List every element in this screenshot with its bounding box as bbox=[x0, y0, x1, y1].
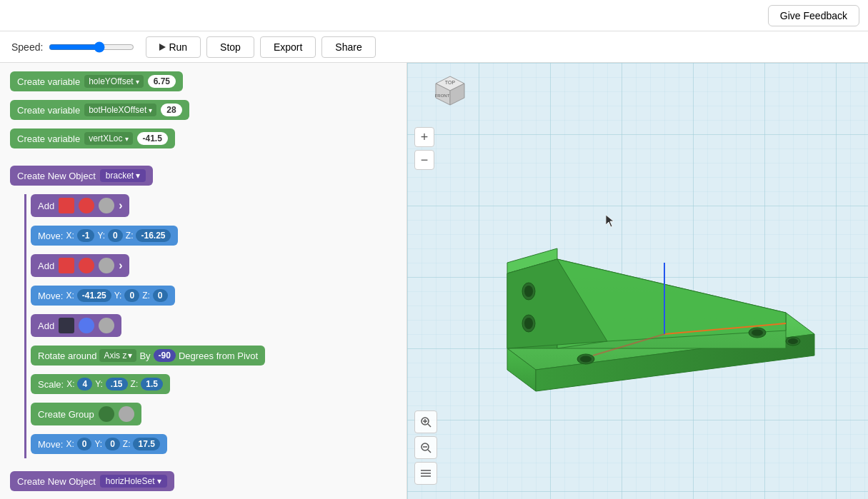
move2-y-label: Y: bbox=[114, 291, 122, 301]
blocks-panel: Create variable holeYOffset ▾ 6.75 Creat… bbox=[0, 63, 407, 499]
scale1-z-label: Z: bbox=[131, 379, 139, 389]
share-button[interactable]: Share bbox=[321, 36, 375, 58]
move2-z-value[interactable]: 0 bbox=[153, 289, 168, 302]
svg-point-25 bbox=[524, 318, 533, 329]
zoom-out-button[interactable]: − bbox=[414, 150, 434, 170]
var3-label: Create variable bbox=[17, 133, 80, 144]
shape3-grey-circle-icon bbox=[99, 318, 114, 333]
move3-y-label: Y: bbox=[94, 439, 102, 449]
add3-label: Add bbox=[38, 321, 54, 331]
move3-x-label: X: bbox=[66, 439, 74, 449]
scale1-x-value[interactable]: 4 bbox=[77, 378, 92, 390]
zoom-fit-button[interactable] bbox=[414, 410, 437, 433]
var3-block[interactable]: Create variable vertXLoc ▾ -41.5 bbox=[10, 128, 175, 148]
obj2-label: Create New Object bbox=[17, 476, 96, 487]
svg-point-21 bbox=[788, 338, 798, 344]
var2-value[interactable]: 28 bbox=[161, 104, 181, 116]
speed-slider[interactable] bbox=[49, 41, 134, 53]
obj1-dropdown-icon: ▾ bbox=[136, 171, 140, 181]
stop-button[interactable]: Stop bbox=[206, 36, 254, 58]
move3-row: Move: X: 0 Y: 0 Z: 17.5 bbox=[31, 434, 396, 458]
rotate1-suffix: Degrees from Pivot bbox=[179, 351, 258, 361]
speed-label: Speed: bbox=[11, 41, 43, 53]
zoom-in-button[interactable]: + bbox=[414, 127, 434, 147]
group1-label: Create Group bbox=[38, 409, 94, 420]
var2-row: Create variable botHoleXOffset ▾ 28 bbox=[10, 100, 396, 124]
rotate1-label: Rotate around bbox=[38, 351, 96, 361]
obj2-row: Create New Object horizHoleSet ▾ bbox=[10, 471, 396, 495]
svg-point-17 bbox=[580, 356, 592, 363]
move3-z-value[interactable]: 17.5 bbox=[133, 438, 159, 450]
add1-block[interactable]: Add › bbox=[31, 194, 129, 217]
export-button[interactable]: Export bbox=[260, 36, 316, 58]
svg-point-23 bbox=[524, 286, 533, 297]
speed-container: Speed: bbox=[11, 41, 134, 53]
obj2-dropdown-icon: ▾ bbox=[157, 476, 161, 486]
move2-y-value[interactable]: 0 bbox=[124, 289, 139, 302]
obj1-block[interactable]: Create New Object bracket ▾ bbox=[10, 166, 153, 186]
move3-y-value[interactable]: 0 bbox=[105, 438, 120, 450]
move1-block[interactable]: Move: X: -1 Y: 0 Z: -16.25 bbox=[31, 226, 178, 246]
var3-row: Create variable vertXLoc ▾ -41.5 bbox=[10, 128, 396, 153]
shape-grey2-circle-icon2 bbox=[119, 406, 134, 422]
var3-dropdown-icon: ▾ bbox=[125, 135, 129, 143]
var1-name-pill[interactable]: holeYOffset ▾ bbox=[84, 75, 143, 88]
run-button[interactable]: Run bbox=[146, 36, 201, 58]
move2-block[interactable]: Move: X: -41.25 Y: 0 Z: 0 bbox=[31, 286, 175, 306]
var1-block[interactable]: Create variable holeYOffset ▾ 6.75 bbox=[10, 71, 183, 91]
view-controls bbox=[414, 410, 437, 485]
rotate1-degrees[interactable]: -90 bbox=[154, 349, 176, 362]
var1-row: Create variable holeYOffset ▾ 6.75 bbox=[10, 71, 396, 96]
var1-value[interactable]: 6.75 bbox=[148, 75, 176, 88]
shape3-dark-square-icon bbox=[59, 318, 74, 333]
view-reset-button[interactable] bbox=[414, 462, 437, 485]
scale1-z-value[interactable]: 1.5 bbox=[141, 378, 163, 390]
bracket-3d-view bbox=[464, 120, 868, 491]
add2-block[interactable]: Add › bbox=[31, 254, 129, 277]
add3-block[interactable]: Add bbox=[31, 314, 121, 337]
group1-block[interactable]: Create Group bbox=[31, 403, 141, 425]
move1-z-value[interactable]: -16.25 bbox=[136, 229, 170, 242]
move1-y-value[interactable]: 0 bbox=[108, 229, 123, 242]
give-feedback-button[interactable]: Give Feedback bbox=[768, 5, 859, 26]
rotate1-row: Rotate around Axis z ▾ By -90 Degrees fr… bbox=[31, 346, 396, 370]
run-triangle-icon bbox=[159, 44, 166, 51]
zoom-out-view-button[interactable] bbox=[414, 436, 437, 459]
shape-green-circle-icon bbox=[99, 406, 114, 422]
var1-dropdown-icon: ▾ bbox=[136, 78, 139, 86]
svg-line-34 bbox=[428, 450, 431, 453]
scale1-y-value[interactable]: .15 bbox=[106, 378, 128, 390]
move1-x-value[interactable]: -1 bbox=[77, 229, 95, 242]
scale1-label: Scale: bbox=[38, 379, 64, 390]
obj2-block[interactable]: Create New Object horizHoleSet ▾ bbox=[10, 471, 174, 491]
shape2-red-circle-icon bbox=[79, 258, 94, 273]
var2-name-pill[interactable]: botHoleXOffset ▾ bbox=[84, 104, 156, 116]
zoom-controls: + − bbox=[414, 127, 434, 170]
rotate1-axis: Axis z bbox=[104, 351, 126, 361]
move2-row: Move: X: -41.25 Y: 0 Z: 0 bbox=[31, 286, 396, 310]
move3-x-value[interactable]: 0 bbox=[77, 438, 92, 450]
move3-block[interactable]: Move: X: 0 Y: 0 Z: 17.5 bbox=[31, 434, 167, 454]
obj1-name: bracket bbox=[106, 171, 134, 181]
var2-label: Create variable bbox=[17, 105, 80, 116]
move2-x-value[interactable]: -41.25 bbox=[77, 289, 111, 302]
scale1-block[interactable]: Scale: X: 4 Y: .15 Z: 1.5 bbox=[31, 374, 170, 394]
move1-row: Move: X: -1 Y: 0 Z: -16.25 bbox=[31, 226, 396, 250]
shape-red-circle-icon bbox=[79, 198, 94, 213]
add2-arrow-icon: › bbox=[119, 259, 122, 272]
rotate1-axis-dropdown: ▾ bbox=[128, 351, 132, 361]
shape3-blue-circle-icon bbox=[79, 318, 94, 333]
obj2-name: horizHoleSet bbox=[106, 476, 155, 486]
var3-value[interactable]: -41.5 bbox=[137, 132, 168, 145]
scale1-y-label: Y: bbox=[95, 379, 103, 389]
move2-x-label: X: bbox=[66, 291, 74, 301]
var3-name-pill[interactable]: vertXLoc ▾ bbox=[84, 132, 132, 145]
shape-grey-circle-icon bbox=[99, 198, 114, 213]
rotate1-axis-pill[interactable]: Axis z ▾ bbox=[99, 349, 136, 362]
orientation-cube[interactable]: TOP FRONT bbox=[429, 73, 472, 116]
rotate1-block[interactable]: Rotate around Axis z ▾ By -90 Degrees fr… bbox=[31, 346, 265, 366]
obj2-name-pill[interactable]: horizHoleSet ▾ bbox=[100, 475, 167, 488]
svg-text:FRONT: FRONT bbox=[435, 94, 450, 98]
obj1-name-pill[interactable]: bracket ▾ bbox=[100, 169, 146, 182]
var2-block[interactable]: Create variable botHoleXOffset ▾ 28 bbox=[10, 100, 189, 120]
